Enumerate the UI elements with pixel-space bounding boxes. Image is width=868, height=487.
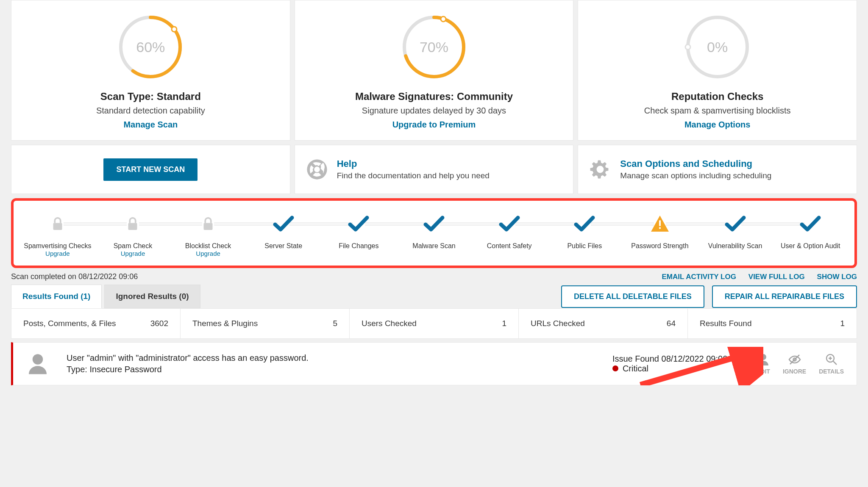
scan-step: Server State: [246, 213, 321, 250]
svg-rect-12: [659, 227, 661, 229]
scan-step: Vulnerability Scan: [698, 213, 773, 250]
view-full-log-link[interactable]: VIEW FULL LOG: [748, 273, 805, 281]
scan-completed-text: Scan completed on 08/12/2022 09:06: [11, 272, 138, 281]
stat-label: Users Checked: [362, 319, 417, 328]
upgrade-link[interactable]: Upgrade: [45, 250, 70, 257]
stats-row: Posts, Comments, & Files3602Themes & Plu…: [11, 308, 857, 339]
upgrade-link[interactable]: Upgrade: [121, 250, 145, 257]
details-issue-button[interactable]: DETAILS: [819, 353, 844, 375]
stat-cell: URLs Checked64: [519, 309, 688, 338]
progress-percent: 60%: [136, 39, 165, 55]
issue-status: Issue Found 08/12/2022 09:06 Critical: [612, 354, 757, 374]
stat-value: 5: [333, 319, 337, 328]
step-icon-wrap: [698, 213, 773, 235]
step-label: Server State: [264, 242, 302, 250]
status-card-malware: 70% Malware Signatures: Community Signat…: [295, 0, 574, 141]
step-icon-wrap: [170, 213, 246, 235]
scan-action-cell: START NEW SCAN: [11, 145, 290, 194]
scan-step: Malware Scan: [396, 213, 472, 250]
stat-value: 1: [840, 319, 845, 328]
step-icon-wrap: [246, 213, 321, 235]
bulk-buttons: DELETE ALL DELETABLE FILES REPAIR ALL RE…: [555, 285, 857, 308]
life-ring-icon: [306, 158, 328, 181]
step-label: File Changes: [339, 242, 378, 250]
results-header: Scan completed on 08/12/2022 09:06 EMAIL…: [11, 268, 857, 285]
scan-step: File Changes: [321, 213, 397, 250]
step-label: User & Option Audit: [781, 242, 840, 250]
upgrade-link[interactable]: Upgrade: [196, 250, 220, 257]
email-activity-log-link[interactable]: EMAIL ACTIVITY LOG: [662, 273, 736, 281]
scan-step: Spam CheckUpgrade: [95, 213, 171, 257]
tab-results-found[interactable]: Results Found (1): [11, 285, 102, 308]
step-icon-wrap: [472, 213, 547, 235]
svg-line-18: [833, 361, 837, 365]
help-link[interactable]: Help: [337, 158, 490, 169]
svg-rect-10: [204, 223, 213, 230]
warning-icon: [650, 215, 670, 234]
progress-ring: 70%: [398, 11, 470, 83]
tabs-row: Results Found (1) Ignored Results (0) DE…: [11, 285, 857, 308]
user-icon: [26, 352, 50, 376]
progress-ring: 60%: [114, 11, 186, 83]
scan-options-link[interactable]: Scan Options and Scheduling: [620, 158, 771, 169]
stat-cell: Results Found1: [688, 309, 857, 338]
stat-value: 3602: [150, 319, 168, 328]
step-label: Blocklist Check: [185, 242, 231, 250]
step-icon-wrap: [396, 213, 472, 235]
edit-issue-button[interactable]: EDIT: [757, 353, 770, 375]
step-icon-wrap: [773, 213, 848, 235]
eye-slash-icon: [788, 353, 801, 366]
scan-step: User & Option Audit: [773, 213, 848, 250]
svg-point-13: [33, 354, 43, 365]
status-card-reputation: 0% Reputation Checks Check spam & spamve…: [578, 0, 857, 141]
progress-percent: 70%: [420, 39, 448, 55]
user-icon: [757, 353, 770, 366]
svg-point-2: [172, 27, 177, 32]
upgrade-premium-link[interactable]: Upgrade to Premium: [392, 120, 476, 130]
log-links: EMAIL ACTIVITY LOG VIEW FULL LOG SHOW LO…: [651, 273, 857, 281]
start-new-scan-button[interactable]: START NEW SCAN: [103, 158, 198, 181]
step-label: Spamvertising Checks: [24, 242, 91, 250]
step-label: Spam Check: [114, 242, 153, 250]
scan-step: Password Strength: [622, 213, 698, 250]
options-subtitle: Manage scan options including scheduling: [620, 171, 771, 180]
step-label: Content Safety: [487, 242, 532, 250]
check-icon: [499, 215, 520, 233]
svg-rect-11: [659, 220, 661, 226]
card-title: Malware Signatures: Community: [355, 91, 513, 102]
step-icon-wrap: [547, 213, 622, 235]
card-subtitle: Check spam & spamvertising blocklists: [644, 106, 791, 116]
issue-actions: EDIT IGNORE DETAILS: [757, 353, 844, 375]
issue-row: User "admin" with "administrator" access…: [11, 342, 857, 385]
tab-ignored-results[interactable]: Ignored Results (0): [104, 285, 200, 308]
stat-label: Results Found: [700, 319, 752, 328]
delete-all-button[interactable]: DELETE ALL DELETABLE FILES: [561, 285, 704, 308]
check-icon: [348, 215, 369, 233]
svg-point-14: [760, 354, 766, 360]
stat-value: 1: [502, 319, 506, 328]
scan-step: Spamvertising ChecksUpgrade: [20, 213, 95, 257]
repair-all-button[interactable]: REPAIR ALL REPAIRABLE FILES: [712, 285, 857, 308]
help-cell: Help Find the documentation and help you…: [295, 145, 574, 194]
step-icon-wrap: [95, 213, 171, 235]
magnify-plus-icon: [825, 353, 838, 366]
lock-icon: [125, 216, 140, 232]
manage-options-link[interactable]: Manage Options: [684, 120, 751, 130]
lock-icon: [200, 216, 216, 232]
stat-cell: Posts, Comments, & Files3602: [11, 309, 181, 338]
step-label: Password Strength: [631, 242, 688, 250]
step-label: Malware Scan: [412, 242, 455, 250]
progress-ring: 0%: [682, 11, 754, 83]
ignore-issue-button[interactable]: IGNORE: [783, 353, 806, 375]
show-log-link[interactable]: SHOW LOG: [817, 273, 857, 281]
manage-scan-link[interactable]: Manage Scan: [123, 120, 178, 130]
svg-rect-9: [128, 223, 137, 230]
stat-label: URLs Checked: [531, 319, 585, 328]
check-icon: [273, 215, 294, 233]
gear-icon: [589, 158, 612, 181]
scan-steps-box: Spamvertising ChecksUpgradeSpam CheckUpg…: [11, 198, 857, 268]
svg-point-7: [685, 44, 690, 50]
lock-icon: [50, 216, 65, 232]
issue-description: User "admin" with "administrator" access…: [67, 353, 612, 374]
scan-step: Public Files: [547, 213, 622, 250]
